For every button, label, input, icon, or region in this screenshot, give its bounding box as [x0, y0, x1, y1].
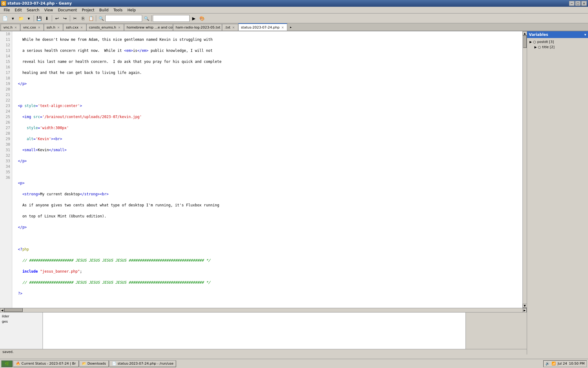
tab-consts[interactable]: consts_enums.h ×	[86, 24, 124, 31]
tab-homebrew[interactable]: homebrew whip ...e and coils.txt ×	[124, 24, 173, 31]
scrollbar-down[interactable]: ▼	[523, 304, 527, 308]
color-btn[interactable]: 🎨	[198, 15, 205, 22]
maximize-button[interactable]: □	[575, 1, 581, 6]
taskbar-downloads-icon: 📂	[82, 362, 86, 366]
paste-button[interactable]: 📋	[87, 15, 95, 22]
line-num: 32	[2, 153, 10, 158]
start-icon: 🌿	[5, 362, 9, 366]
code-line: // #################### JESUS JESUS JESU…	[13, 280, 521, 285]
replace-go[interactable]: ▶	[190, 15, 198, 22]
close-button[interactable]: ×	[581, 1, 587, 6]
find-button[interactable]: 🔍	[97, 15, 105, 22]
menu-document[interactable]: Document	[55, 7, 79, 13]
code-line: <p style='text-align:center'>	[13, 103, 521, 109]
panel-left-item-2[interactable]: ges	[1, 319, 41, 324]
title-bar-title: status-2023-07-24.php - Geany	[7, 1, 72, 6]
code-line: <p>	[13, 180, 521, 186]
taskbar-right: 🔊 📶 Jul 24 10:50 PM	[543, 360, 587, 367]
line-num: 10	[2, 31, 10, 37]
save-button[interactable]: 💾	[35, 15, 43, 22]
tab-vnc-cxx[interactable]: vnc.cxx ×	[20, 24, 43, 31]
toolbar-sep-4	[96, 15, 96, 21]
open-dropdown[interactable]: ▾	[25, 15, 32, 22]
tray-time: 10:50 PM	[569, 362, 585, 366]
taskbar-status-btn[interactable]: 🔥 Current Status - 2023-07-24 | Br	[13, 360, 79, 367]
hscroll-track	[4, 308, 522, 312]
replace-input[interactable]	[153, 15, 190, 22]
code-line: <img src='/brainout/content/uploads/2023…	[13, 114, 521, 120]
taskbar: 🌿 🔥 Current Status - 2023-07-24 | Br 📂 D…	[0, 359, 588, 368]
taskbar-file-icon: 📄	[112, 362, 116, 366]
line-num: 28	[2, 131, 10, 136]
var-icon-2: ○	[538, 45, 541, 49]
menu-view[interactable]: View	[42, 7, 55, 13]
save-all-button[interactable]: ⬇	[43, 15, 51, 22]
tab-label: ham-radio-log-2023-05.txt	[176, 25, 221, 29]
tab-close-vnc-cxx[interactable]: ×	[37, 26, 41, 29]
menu-file[interactable]: File	[1, 7, 12, 13]
menu-edit[interactable]: Edit	[12, 7, 24, 13]
line-num: 26	[2, 120, 10, 125]
toolbar-sep-2	[52, 15, 52, 21]
menu-build[interactable]: Build	[97, 7, 111, 13]
tab-status-php[interactable]: status-2023-07-24.php ×	[238, 23, 287, 31]
cut-button[interactable]: ✂	[71, 15, 79, 22]
tab-close-txt[interactable]: ×	[232, 26, 235, 29]
hscroll-thumb[interactable]	[4, 308, 23, 312]
variables-tree-item-1[interactable]: ▶ ○ postdt [3]	[528, 39, 587, 44]
redo-button[interactable]: ↪	[61, 15, 69, 22]
panel-collapse-icon[interactable]: ▾	[584, 33, 586, 37]
tab-ssh-h[interactable]: ssh.h ×	[44, 24, 63, 31]
find-go[interactable]: 🔍	[143, 15, 150, 22]
code-line: <?php	[13, 247, 521, 252]
find-input[interactable]	[105, 15, 142, 22]
line-num: 23	[2, 103, 10, 109]
menu-search[interactable]: Search	[24, 7, 42, 13]
editor-content[interactable]: While he doesn't know me from Adam, this…	[12, 31, 522, 308]
bottom-panels: ilder ges	[0, 312, 527, 349]
scrollbar-thumb[interactable]	[523, 36, 527, 48]
bottom-panel-main[interactable]	[43, 312, 466, 349]
tab-overflow[interactable]: ▸	[287, 23, 295, 31]
tray-clock: Jul 24	[558, 362, 567, 366]
vertical-scrollbar[interactable]: ▲ ▼	[522, 31, 527, 308]
tab-close-ssh-cxx[interactable]: ×	[80, 26, 83, 29]
tab-ssh-cxx[interactable]: ssh.cxx ×	[63, 24, 86, 31]
tab-bar: vnc.h × vnc.cxx × ssh.h × ssh.cxx × cons…	[0, 23, 588, 31]
hscroll-right[interactable]: ▶	[522, 308, 527, 312]
title-bar-left: G status-2023-07-24.php - Geany	[1, 1, 72, 6]
line-num: 29	[2, 136, 10, 142]
taskbar-file-btn[interactable]: 📄 status-2023-07-24.php - /run/use	[109, 360, 176, 367]
start-button[interactable]: 🌿	[1, 360, 13, 367]
tab-close-consts[interactable]: ×	[117, 26, 121, 29]
tray-volume-icon: 📶	[552, 362, 556, 366]
code-line: include "jesus_banner.php";	[13, 269, 521, 274]
open-button[interactable]: 📁	[17, 15, 24, 22]
title-bar-controls: − □ ×	[569, 1, 587, 6]
taskbar-downloads-btn[interactable]: 📂 Downloads	[79, 360, 109, 367]
editor-outer: 10 11 12 13 14 15 16 17 18 19 20 21 22 2…	[0, 31, 527, 355]
tab-txt[interactable]: .txt ×	[222, 24, 238, 31]
hscroll-left[interactable]: ◀	[0, 308, 4, 312]
copy-button[interactable]: ⎘	[79, 15, 87, 22]
new-button[interactable]: 📄	[1, 15, 9, 22]
code-line: on top of Linux Mint (Ubuntu edition).	[13, 213, 521, 219]
tab-close-status[interactable]: ×	[281, 26, 285, 29]
tab-vnc-h[interactable]: vnc.h ×	[1, 24, 20, 31]
tab-close-ssh-h[interactable]: ×	[57, 26, 60, 29]
horizontal-scrollbar[interactable]: ◀ ▶	[0, 308, 527, 312]
bottom-panel-left: ilder ges	[0, 312, 43, 349]
undo-button[interactable]: ↩	[53, 15, 61, 22]
scrollbar-up[interactable]: ▲	[523, 31, 527, 36]
tab-close-vnc-h[interactable]: ×	[14, 26, 17, 29]
variables-tree-item-2[interactable]: ▶ ○ title [2]	[528, 44, 587, 50]
menu-tools[interactable]: Tools	[111, 7, 125, 13]
panel-left-item-1[interactable]: ilder	[1, 314, 41, 319]
new-dropdown[interactable]: ▾	[9, 15, 17, 22]
line-num: 13	[2, 48, 10, 53]
menu-project[interactable]: Project	[79, 7, 97, 13]
minimize-button[interactable]: −	[569, 1, 575, 6]
menu-help[interactable]: Help	[125, 7, 138, 13]
code-line	[13, 92, 521, 98]
tab-hamradio[interactable]: ham-radio-log-2023-05.txt ×	[173, 24, 222, 31]
